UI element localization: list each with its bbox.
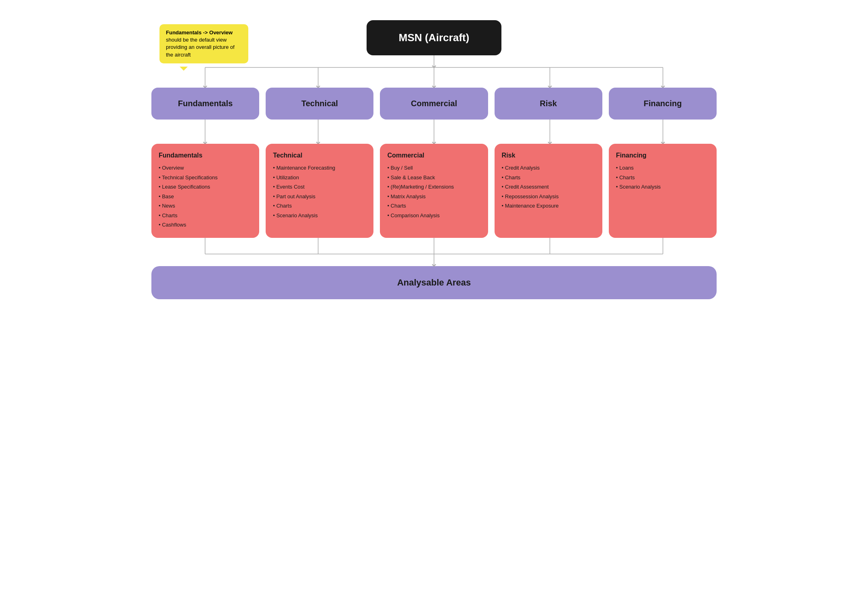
red-box-title-3: Risk — [502, 152, 595, 159]
red-box-title-0: Fundamentals — [159, 152, 252, 159]
purple-box-technical: Technical — [266, 88, 373, 120]
connectors-level1-to-level2 — [151, 120, 717, 144]
red-box-list-4: Loans Charts Scenario Analysis — [616, 163, 709, 192]
list-item: Lease Specifications — [159, 182, 252, 192]
red-box-fundamentals: Fundamentals Overview Technical Specific… — [151, 144, 259, 238]
analysable-areas-box: Analysable Areas — [151, 266, 717, 299]
list-item: Maintenance Exposure — [502, 201, 595, 211]
list-item: Charts — [616, 173, 709, 183]
analysable-areas-label: Analysable Areas — [397, 277, 471, 288]
list-item: Charts — [502, 173, 595, 183]
list-item: Scenario Analysis — [273, 211, 366, 220]
list-item: Overview — [159, 163, 252, 173]
level1-label-4: Financing — [644, 99, 681, 108]
list-item: Loans — [616, 163, 709, 173]
list-item: News — [159, 201, 252, 211]
purple-box-financing: Financing — [609, 88, 717, 120]
purple-box-fundamentals: Fundamentals — [151, 88, 259, 120]
tooltip-bubble: Fundamentals -> Overview should be the d… — [159, 24, 248, 63]
level1-label-0: Fundamentals — [178, 99, 233, 108]
level1-label-2: Commercial — [411, 99, 457, 108]
root-label: MSN (Aircraft) — [399, 31, 470, 44]
list-item: Charts — [273, 201, 366, 211]
list-item: Sale & Lease Back — [387, 173, 480, 183]
level1-label-3: Risk — [540, 99, 557, 108]
red-box-technical: Technical Maintenance Forecasting Utiliz… — [266, 144, 373, 238]
red-box-commercial: Commercial Buy / Sell Sale & Lease Back … — [380, 144, 488, 238]
tooltip-text: should be the default view providing an … — [166, 37, 235, 57]
list-item: Base — [159, 192, 252, 202]
diagram-container: Fundamentals -> Overview should be the d… — [151, 12, 717, 299]
red-box-title-2: Commercial — [387, 152, 480, 159]
list-item: Repossession Analysis — [502, 192, 595, 202]
connectors-level2-to-bottom — [151, 238, 717, 266]
root-node: MSN (Aircraft) — [367, 20, 502, 55]
bottom-section: Analysable Areas — [151, 266, 717, 299]
list-item: Comparison Analysis — [387, 211, 480, 220]
level2-row: Fundamentals Overview Technical Specific… — [151, 144, 717, 238]
list-item: Technical Specifications — [159, 173, 252, 183]
level1-label-1: Technical — [301, 99, 338, 108]
red-box-list-1: Maintenance Forecasting Utilization Even… — [273, 163, 366, 220]
red-box-risk: Risk Credit Analysis Charts Credit Asses… — [495, 144, 602, 238]
level1-row: Fundamentals Technical Commercial Risk F… — [151, 88, 717, 120]
list-item: Scenario Analysis — [616, 182, 709, 192]
red-box-title-1: Technical — [273, 152, 366, 159]
red-box-title-4: Financing — [616, 152, 709, 159]
list-item: Part out Analysis — [273, 192, 366, 202]
tooltip-bold: Fundamentals -> Overview — [166, 29, 233, 36]
list-item: (Re)Marketing / Extensions — [387, 182, 480, 192]
list-item: Events Cost — [273, 182, 366, 192]
purple-box-commercial: Commercial — [380, 88, 488, 120]
list-item: Charts — [387, 201, 480, 211]
red-box-list-0: Overview Technical Specifications Lease … — [159, 163, 252, 230]
list-item: Maintenance Forecasting — [273, 163, 366, 173]
list-item: Credit Analysis — [502, 163, 595, 173]
red-box-financing: Financing Loans Charts Scenario Analysis — [609, 144, 717, 238]
red-box-list-2: Buy / Sell Sale & Lease Back (Re)Marketi… — [387, 163, 480, 220]
list-item: Utilization — [273, 173, 366, 183]
red-box-list-3: Credit Analysis Charts Credit Assessment… — [502, 163, 595, 211]
list-item: Cashflows — [159, 220, 252, 230]
list-item: Matrix Analysis — [387, 192, 480, 202]
list-item: Buy / Sell — [387, 163, 480, 173]
purple-box-risk: Risk — [495, 88, 602, 120]
list-item: Credit Assessment — [502, 182, 595, 192]
list-item: Charts — [159, 211, 252, 220]
